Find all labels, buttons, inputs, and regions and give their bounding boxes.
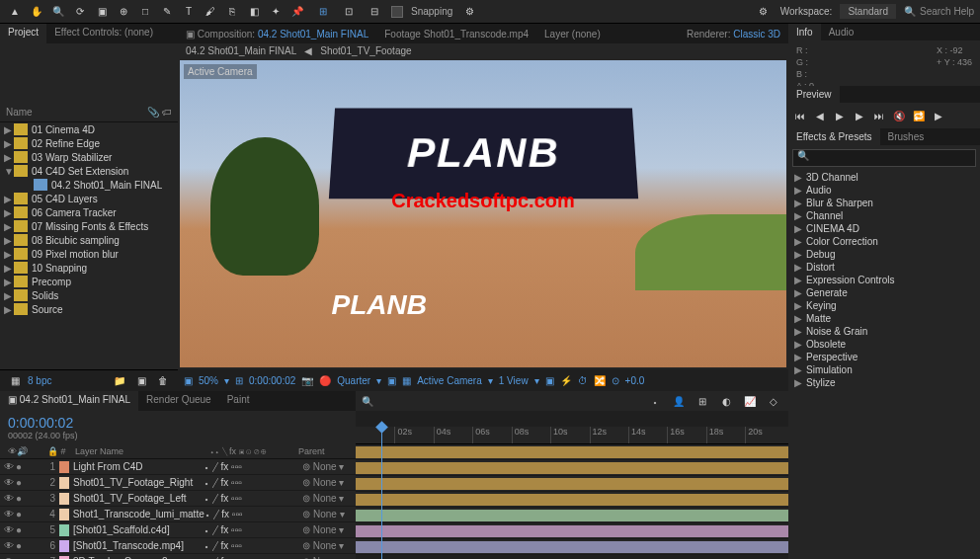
track-row[interactable] xyxy=(356,523,788,539)
loop-icon[interactable]: 🔁 xyxy=(911,109,927,122)
pan-behind-tool-icon[interactable]: ⊕ xyxy=(115,3,132,21)
zoom-dropdown[interactable]: 50% xyxy=(199,375,218,386)
layer-row[interactable]: 👁●4Shot1_Transcode_lumi_matte⬩ ╱ fx ▫▫▫⊚… xyxy=(0,507,356,522)
effect-category[interactable]: ▶Stylize xyxy=(788,376,980,389)
snapshot-icon[interactable]: 📷 xyxy=(301,375,313,386)
puppet-tool-icon[interactable]: 📌 xyxy=(288,3,306,21)
tab-effect-controls[interactable]: Effect Controls: (none) xyxy=(46,24,161,43)
play-icon[interactable]: ▶ xyxy=(832,109,848,122)
footage-tab[interactable]: Footage Shot01_Transcode.mp4 xyxy=(376,26,536,42)
prev-frame-icon[interactable]: ◀ xyxy=(812,109,828,122)
new-folder-icon[interactable]: 📁 xyxy=(111,372,128,390)
track-row[interactable] xyxy=(356,539,788,555)
workspace-dropdown[interactable]: Standard xyxy=(840,4,896,19)
project-item[interactable]: ▼04 C4D Set Extension xyxy=(0,164,178,178)
last-frame-icon[interactable]: ⏭ xyxy=(871,109,887,122)
brush-tool-icon[interactable]: 🖌 xyxy=(202,3,219,21)
track-row[interactable] xyxy=(356,444,788,460)
timeline-icon[interactable]: ⏱ xyxy=(578,375,588,386)
playhead[interactable] xyxy=(381,427,382,559)
comp-marker-icon[interactable]: ⬩ xyxy=(646,392,664,410)
selection-tool-icon[interactable]: ▲ xyxy=(6,3,24,21)
transparency-icon[interactable]: ▦ xyxy=(402,375,411,386)
project-item[interactable]: 04.2 Shot01_Main FINAL xyxy=(0,178,178,192)
shy-icon[interactable]: 👤 xyxy=(670,392,688,410)
layer-tab[interactable]: Layer (none) xyxy=(536,26,609,42)
search-help[interactable]: 🔍 Search Help xyxy=(904,6,974,17)
project-item[interactable]: ▶10 Snapping xyxy=(0,261,178,275)
shape-tool-icon[interactable]: □ xyxy=(136,3,154,21)
view-axis-icon[interactable]: ⊟ xyxy=(366,3,383,21)
project-item[interactable]: ▶Solids xyxy=(0,288,178,302)
tab-brushes[interactable]: Brushes xyxy=(880,128,933,145)
tab-timeline-comp[interactable]: ▣ 04.2 Shot01_Main FINAL xyxy=(0,391,138,411)
tab-project[interactable]: Project xyxy=(0,24,46,43)
frame-blend-icon[interactable]: ⊞ xyxy=(694,392,711,410)
timeline-timecode[interactable]: 0:00:00:02 xyxy=(8,415,348,431)
search-layer-icon[interactable]: 🔍 xyxy=(362,396,373,407)
exposure-value[interactable]: +0.0 xyxy=(625,375,645,386)
project-item[interactable]: ▶06 Camera Tracker xyxy=(0,205,178,219)
fast-preview-icon[interactable]: ⚡ xyxy=(560,375,572,386)
world-axis-icon[interactable]: ⊡ xyxy=(340,3,358,21)
effect-category[interactable]: ▶Channel xyxy=(788,209,980,222)
draft-3d-icon[interactable]: ◇ xyxy=(765,392,782,410)
camera-tool-icon[interactable]: ▣ xyxy=(93,3,111,21)
roto-tool-icon[interactable]: ✦ xyxy=(267,3,285,21)
tab-paint[interactable]: Paint xyxy=(219,391,258,411)
tab-preview[interactable]: Preview xyxy=(788,86,840,103)
effect-category[interactable]: ▶Keying xyxy=(788,299,980,312)
snapping-options-icon[interactable]: ⚙ xyxy=(460,3,478,21)
roi-icon[interactable]: ▣ xyxy=(387,375,396,386)
workspace-icon[interactable]: ⚙ xyxy=(755,3,773,21)
layer-row[interactable]: 👁●1Light From C4D⬩ ╱ fx ▫▫▫⊚ None ▾ xyxy=(0,459,356,475)
views-dropdown[interactable]: 1 View xyxy=(499,375,529,386)
project-item[interactable]: ▶01 Cinema 4D xyxy=(0,122,178,136)
effect-category[interactable]: ▶Blur & Sharpen xyxy=(788,197,980,209)
effect-category[interactable]: ▶Generate xyxy=(788,286,980,299)
effect-category[interactable]: ▶Noise & Grain xyxy=(788,325,980,338)
layer-row[interactable]: 👁●73D Tracker Camera 2⬩ ╱ fx ▫▫▫⊚ None ▾ xyxy=(0,554,356,559)
type-tool-icon[interactable]: T xyxy=(180,3,198,21)
effect-category[interactable]: ▶Matte xyxy=(788,312,980,325)
tab-audio[interactable]: Audio xyxy=(821,24,862,40)
layer-row[interactable]: 👁●3Shot01_TV_Footage_Left⬩ ╱ fx ▫▫▫⊚ Non… xyxy=(0,491,356,507)
reset-exposure-icon[interactable]: ⊙ xyxy=(612,375,619,386)
layer-row[interactable]: 👁●5[Shot01_Scaffold.c4d]⬩ ╱ fx ▫▫▫⊚ None… xyxy=(0,522,356,538)
track-row[interactable] xyxy=(356,476,788,492)
pen-tool-icon[interactable]: ✎ xyxy=(158,3,176,21)
mute-icon[interactable]: 🔇 xyxy=(891,109,907,122)
effect-category[interactable]: ▶3D Channel xyxy=(788,171,980,184)
hand-tool-icon[interactable]: ✋ xyxy=(28,3,45,21)
track-row[interactable] xyxy=(356,460,788,476)
bin-icon[interactable]: ▦ xyxy=(6,372,24,390)
new-comp-icon[interactable]: ▣ xyxy=(132,372,150,390)
renderer-display[interactable]: Renderer: Classic 3D xyxy=(687,29,788,40)
effect-category[interactable]: ▶Distort xyxy=(788,261,980,274)
resolution-dropdown[interactable]: Quarter xyxy=(337,375,370,386)
first-frame-icon[interactable]: ⏮ xyxy=(792,109,808,122)
effect-category[interactable]: ▶Perspective xyxy=(788,351,980,363)
clone-tool-icon[interactable]: ⎘ xyxy=(223,3,241,21)
timeline-ruler[interactable]: 02s04s06s08s10s12s14s16s18s20s xyxy=(356,427,788,444)
project-item[interactable]: ▶03 Warp Stabilizer xyxy=(0,150,178,164)
composition-viewer[interactable]: PLANB PLANB Active Camera Crackedsoftpc.… xyxy=(180,60,786,367)
track-row[interactable] xyxy=(356,508,788,523)
always-preview-icon[interactable]: ▣ xyxy=(184,375,193,386)
zoom-tool-icon[interactable]: 🔍 xyxy=(49,3,67,21)
rotate-tool-icon[interactable]: ⟳ xyxy=(71,3,89,21)
layer-row[interactable]: 👁●6[Shot01_Transcode.mp4]⬩ ╱ fx ▫▫▫⊚ Non… xyxy=(0,538,356,554)
effects-search-input[interactable]: 🔍 xyxy=(792,149,976,167)
effect-category[interactable]: ▶Audio xyxy=(788,184,980,197)
effect-category[interactable]: ▶Expression Controls xyxy=(788,274,980,286)
project-item[interactable]: ▶Source xyxy=(0,302,178,316)
ram-preview-icon[interactable]: ▶ xyxy=(931,109,946,122)
project-item[interactable]: ▶02 Refine Edge xyxy=(0,136,178,150)
comp-breadcrumb-2[interactable]: Shot01_TV_Footage xyxy=(320,45,411,56)
project-item[interactable]: ▶Precomp xyxy=(0,275,178,288)
tab-render-queue[interactable]: Render Queue xyxy=(138,391,219,411)
project-item[interactable]: ▶08 Bicubic sampling xyxy=(0,233,178,247)
timecode-display[interactable]: 0:00:00:02 xyxy=(249,375,295,386)
graph-editor-icon[interactable]: 📈 xyxy=(741,392,759,410)
composition-tab-label[interactable]: ▣ Composition: 04.2 Shot01_Main FINAL xyxy=(178,26,376,42)
